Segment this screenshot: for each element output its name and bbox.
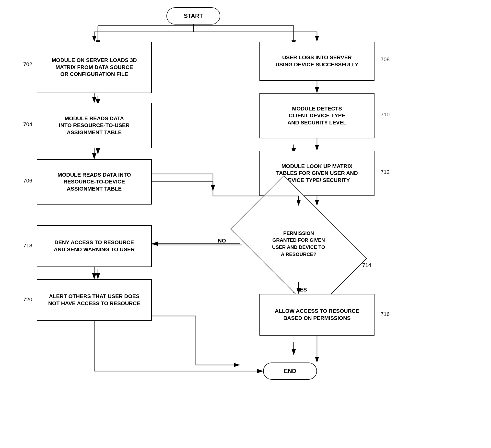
diamond-714: PERMISSION GRANTED FOR GIVEN USER AND DE… — [240, 206, 357, 282]
start-terminal: START — [166, 7, 220, 24]
ref-702: 702 — [23, 61, 32, 68]
diamond-text: PERMISSION GRANTED FOR GIVEN USER AND DE… — [270, 227, 328, 260]
ref-710: 710 — [381, 111, 390, 118]
box-718: DENY ACCESS TO RESOURCE AND SEND WARNING… — [37, 225, 152, 267]
box-710: MODULE DETECTS CLIENT DEVICE TYPE AND SE… — [259, 93, 374, 138]
box-708: USER LOGS INTO SERVER USING DEVICE SUCCE… — [259, 42, 374, 81]
ref-714: 714 — [362, 262, 371, 268]
ref-704: 704 — [23, 121, 32, 128]
box-716: ALLOW ACCESS TO RESOURCE BASED ON PERMIS… — [259, 294, 374, 336]
ref-708: 708 — [381, 56, 390, 63]
box-720: ALERT OTHERS THAT USER DOES NOT HAVE ACC… — [37, 279, 152, 321]
yes-label: YES — [296, 287, 307, 293]
no-label: NO — [218, 238, 226, 244]
end-terminal: END — [263, 363, 317, 380]
ref-712: 712 — [381, 169, 390, 175]
ref-716: 716 — [381, 311, 390, 317]
diagram: START MODULE ON SERVER LOADS 3D MATRIX F… — [0, 0, 491, 448]
ref-718: 718 — [23, 242, 32, 249]
box-702: MODULE ON SERVER LOADS 3D MATRIX FROM DA… — [37, 42, 152, 93]
ref-720: 720 — [23, 296, 32, 303]
ref-706: 706 — [23, 178, 32, 184]
box-706: MODULE READS DATA INTO RESOURCE-TO-DEVIC… — [37, 159, 152, 205]
box-704: MODULE READS DATA INTO RESOURCE-TO-USER … — [37, 103, 152, 148]
